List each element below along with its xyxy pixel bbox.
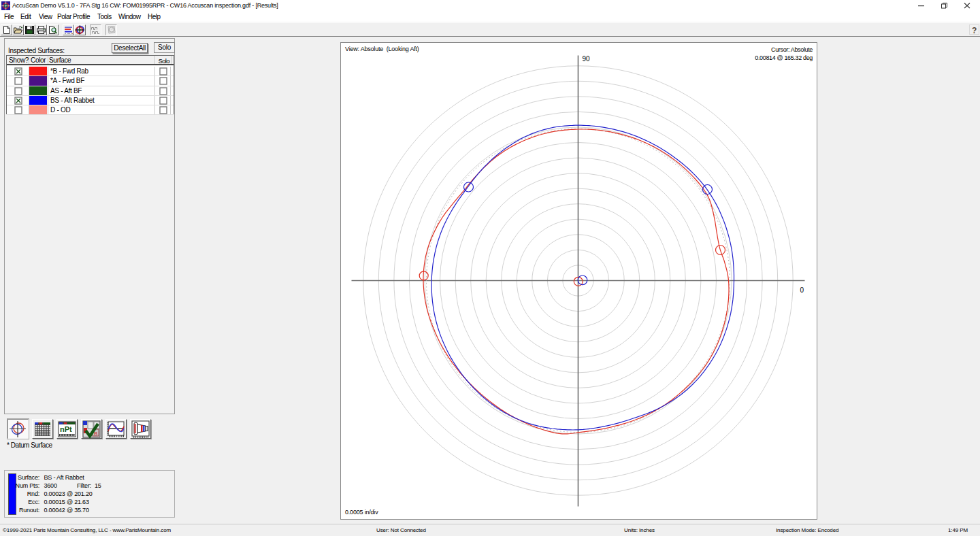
svg-text:?: ? bbox=[972, 26, 977, 35]
svg-text:90: 90 bbox=[583, 55, 591, 63]
svg-text:0: 0 bbox=[800, 286, 804, 294]
svg-text:nPt: nPt bbox=[60, 425, 72, 433]
